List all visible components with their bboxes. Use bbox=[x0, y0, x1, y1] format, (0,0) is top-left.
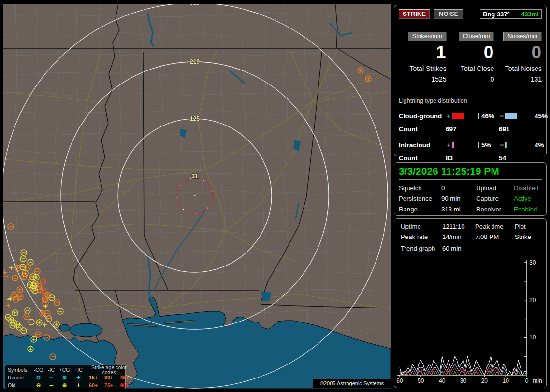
bearing-readout: Bng 337° 433mi bbox=[480, 9, 542, 19]
ic-minus-count: 54 bbox=[499, 154, 542, 162]
legend-row-label: Recent bbox=[8, 375, 32, 380]
legend-age-header: Strike age color codes bbox=[86, 365, 132, 375]
svg-text:219: 219 bbox=[190, 58, 200, 65]
total-noises-value: 131 bbox=[494, 75, 542, 83]
trend-series-Totalstrikes bbox=[400, 356, 527, 375]
svg-text:10: 10 bbox=[502, 378, 509, 384]
legend-header-ic: +IC bbox=[72, 367, 86, 373]
range-value: 313 mi bbox=[441, 206, 476, 213]
distribution-title: Lightning type distribution bbox=[399, 98, 542, 106]
age-code-30: 30+ bbox=[101, 375, 116, 380]
legend-row-label: Old bbox=[8, 383, 32, 388]
intracloud-label: Intracloud bbox=[399, 141, 446, 149]
cloud-ground-count-row: Count 697 691 bbox=[399, 126, 542, 133]
cg-plus-bar bbox=[452, 113, 479, 119]
stats-panel: STRIKE NOISE Bng 337° 433mi Strikes/min … bbox=[394, 5, 547, 156]
cg-minus-percent: 45% bbox=[532, 112, 542, 120]
svg-text:125: 125 bbox=[190, 115, 200, 122]
ic-neg-symbol: − bbox=[45, 375, 58, 380]
count-label: Count bbox=[399, 126, 446, 133]
total-strikes-value: 1525 bbox=[399, 75, 447, 83]
age-code-15: 15+ bbox=[86, 375, 101, 380]
close-per-min-value: 0 bbox=[447, 42, 494, 63]
noise-button[interactable]: NOISE bbox=[434, 9, 463, 19]
legend-header-cg: +CG bbox=[58, 367, 72, 373]
cg-minus-count: 691 bbox=[499, 126, 542, 133]
total-close-value: 0 bbox=[447, 75, 494, 83]
date-time: 3/3/2026 11:25:19 PM bbox=[399, 166, 542, 177]
svg-text:30: 30 bbox=[460, 378, 467, 384]
cg-neg-symbol: ⊖ bbox=[32, 375, 45, 380]
total-strikes-label: Total Strikes bbox=[399, 65, 447, 72]
age-code-90: 90+ bbox=[116, 383, 132, 388]
trend-panel: Uptime 1211:10 Peak time Plot Peak rate … bbox=[394, 218, 547, 388]
plus-sign: + bbox=[446, 141, 452, 149]
squelch-label: Squelch bbox=[399, 184, 441, 192]
trend-graph-value: 60 min bbox=[442, 245, 546, 252]
cg-plus-percent: 46% bbox=[479, 112, 499, 120]
noises-per-min-header: Noises/min bbox=[503, 32, 542, 41]
svg-text:0: 0 bbox=[525, 378, 529, 384]
cg-plus-count: 697 bbox=[446, 126, 499, 133]
settings-grid: Squelch 0 Upload Disabled Persistence 90… bbox=[399, 184, 542, 213]
ic-pos-symbol: + bbox=[72, 375, 86, 380]
ic-plus-count: 83 bbox=[446, 154, 499, 162]
svg-text:40: 40 bbox=[439, 378, 446, 384]
peak-rate-label: Peak rate bbox=[401, 233, 442, 240]
capture-status: Active bbox=[514, 195, 542, 202]
counter-strikes: Strikes/min 1 Total Strikes 1525 bbox=[399, 32, 447, 83]
divider bbox=[399, 179, 542, 180]
svg-text:10: 10 bbox=[529, 334, 536, 341]
lightning-detector-app: 31321912531 Symbols-CG-IC+CG+ICStrike ag… bbox=[0, 0, 550, 392]
cloud-ground-row: Cloud-ground + 46% − 45% bbox=[399, 112, 542, 120]
ic-pos-symbol: + bbox=[72, 382, 86, 388]
persistence-label: Persistence bbox=[399, 195, 441, 202]
strike-button[interactable]: STRIKE bbox=[399, 9, 430, 19]
strikes-per-min-header: Strikes/min bbox=[408, 32, 447, 41]
age-code-60: 60+ bbox=[86, 383, 101, 388]
rate-counters: Strikes/min 1 Total Strikes 1525 Close/m… bbox=[399, 32, 542, 83]
capture-label: Capture bbox=[476, 195, 514, 202]
strike-map[interactable]: 31321912531 Symbols-CG-IC+CG+ICStrike ag… bbox=[3, 4, 391, 389]
uptime-value: 1211:10 bbox=[442, 223, 475, 230]
total-close-label: Total Close bbox=[447, 65, 494, 72]
legend-header-cg: -CG bbox=[32, 367, 45, 373]
age-code-75: 75+ bbox=[101, 383, 116, 388]
peak-rate-value: 14/min bbox=[442, 233, 475, 240]
svg-text:31: 31 bbox=[191, 173, 198, 180]
cg-pos-symbol: ⊕ bbox=[58, 382, 72, 388]
range-label: Range bbox=[399, 206, 441, 213]
intracloud-row: Intracloud + 5% − 4% bbox=[399, 141, 542, 149]
ic-plus-bar bbox=[452, 142, 479, 148]
counter-noises: Noises/min 0 Total Noises 131 bbox=[494, 32, 542, 83]
svg-text:313: 313 bbox=[190, 4, 200, 6]
svg-text:50: 50 bbox=[418, 378, 424, 384]
cloud-ground-label: Cloud-ground bbox=[399, 112, 446, 120]
minus-sign: − bbox=[499, 141, 505, 149]
cg-minus-bar bbox=[505, 113, 532, 119]
trend-series-CG bbox=[400, 364, 527, 375]
total-noises-label: Total Noises bbox=[494, 65, 542, 72]
copyright-note: ©2005 Astrogenic Systems bbox=[313, 379, 391, 388]
cg-neg-symbol: ⊖ bbox=[32, 382, 45, 388]
svg-text:60: 60 bbox=[396, 378, 403, 384]
trend-graph-label: Trend graph bbox=[401, 245, 442, 252]
trend-graph-setting: Trend graph 60 min bbox=[401, 245, 546, 252]
plot-label: Plot bbox=[515, 223, 546, 230]
age-code-45: 45+ bbox=[116, 375, 132, 380]
plus-sign: + bbox=[446, 112, 452, 120]
uptime-grid: Uptime 1211:10 Peak time Plot Peak rate … bbox=[401, 223, 546, 240]
receiver-status: Enabled bbox=[514, 206, 542, 213]
minus-sign: − bbox=[499, 112, 505, 120]
upload-label: Upload bbox=[476, 184, 514, 192]
svg-text:30: 30 bbox=[529, 259, 536, 266]
bearing-label: Bng 337° bbox=[483, 11, 510, 18]
ic-minus-percent: 4% bbox=[532, 141, 542, 149]
plot-mode-value: Strike bbox=[515, 233, 546, 240]
legend-header-ic: -IC bbox=[45, 367, 58, 373]
trend-graph: 3020106050403020100min bbox=[394, 256, 546, 388]
squelch-value: 0 bbox=[441, 184, 476, 192]
map-canvas: 31321912531 bbox=[3, 4, 391, 389]
bearing-distance: 433mi bbox=[521, 11, 539, 18]
receiver-label: Receiver bbox=[476, 206, 514, 213]
